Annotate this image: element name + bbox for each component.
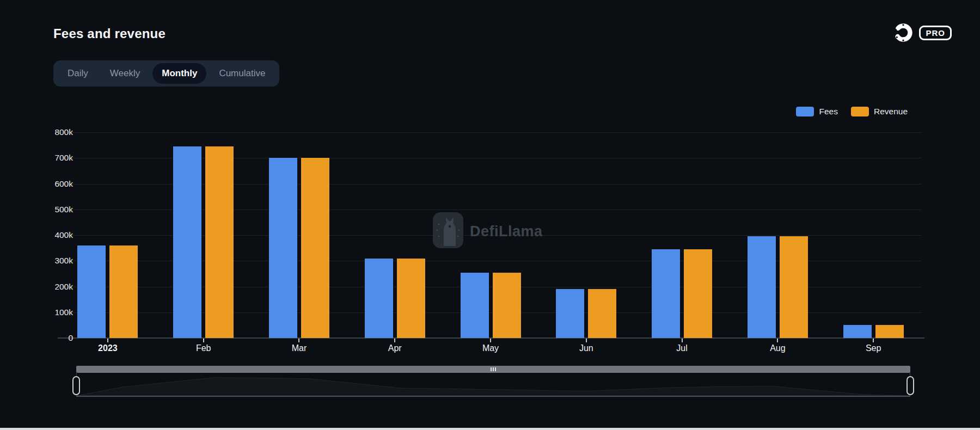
pro-badge: PRO: [919, 26, 952, 40]
x-axis-tick: [490, 339, 491, 342]
gear-c-logo-icon: [892, 22, 914, 44]
data-zoom-window[interactable]: [76, 373, 910, 397]
fees-bar: [652, 249, 680, 338]
x-axis-tick-label: 2023: [60, 343, 156, 353]
x-axis-tick: [203, 339, 204, 342]
legend-item-fees[interactable]: Fees: [796, 107, 837, 116]
tab-weekly[interactable]: Weekly: [101, 63, 149, 84]
fees-bar: [269, 158, 297, 338]
bar-group-aug: Aug: [730, 132, 825, 338]
drag-grip-icon[interactable]: [491, 367, 496, 371]
x-axis-tick: [298, 339, 299, 342]
brand-logo[interactable]: PRO: [892, 22, 952, 44]
x-axis-tick: [107, 339, 108, 342]
x-axis-tick-label: May: [443, 343, 538, 353]
bar-group-may: May: [443, 132, 538, 338]
revenue-bar: [205, 146, 234, 338]
tab-monthly[interactable]: Monthly: [152, 63, 206, 84]
bar-group-sep: Sep: [825, 132, 921, 338]
revenue-bar: [875, 325, 904, 338]
legend-label: Revenue: [874, 107, 908, 116]
bar-group-jul: Jul: [634, 132, 730, 338]
x-axis-tick-label: Apr: [347, 343, 443, 353]
legend-swatch-icon: [796, 107, 814, 116]
legend-swatch-icon: [851, 107, 869, 116]
x-axis-tick: [873, 339, 874, 342]
x-axis-tick-label: Aug: [730, 343, 825, 353]
x-axis-tick: [682, 339, 683, 342]
x-axis-tick-label: Jun: [538, 343, 634, 353]
x-axis-tick-label: Sep: [825, 343, 921, 353]
bar-group-jun: Jun: [538, 132, 634, 338]
bar-group-apr: Apr: [347, 132, 443, 338]
interval-tabbar: Daily Weekly Monthly Cumulative: [53, 60, 279, 87]
x-axis-tick: [777, 339, 778, 342]
revenue-bar: [301, 158, 329, 338]
fees-bar: [843, 325, 872, 338]
data-zoom-shadow: [77, 373, 910, 396]
tab-cumulative[interactable]: Cumulative: [210, 63, 274, 84]
page-bottom-edge: [0, 428, 980, 430]
fees-bar: [365, 259, 393, 338]
data-zoom-left-handle[interactable]: [72, 376, 80, 395]
data-zoom-slider[interactable]: [76, 366, 910, 397]
x-axis-tick: [586, 339, 587, 342]
data-zoom-right-handle[interactable]: [906, 376, 914, 395]
fees-bar: [77, 245, 106, 338]
legend-label: Fees: [819, 107, 837, 116]
x-axis-tick-label: Mar: [252, 343, 347, 353]
revenue-bar: [397, 259, 425, 338]
legend-item-revenue[interactable]: Revenue: [851, 107, 908, 116]
bar-group-2023: 2023: [60, 132, 156, 338]
bar-groups: 2023FebMarAprMayJunJulAugSep: [60, 132, 921, 338]
fees-bar: [461, 273, 489, 338]
bar-group-feb: Feb: [156, 132, 252, 338]
fees-bar: [173, 146, 201, 338]
fees-bar: [556, 289, 584, 338]
tab-daily[interactable]: Daily: [58, 63, 97, 84]
revenue-bar: [684, 249, 712, 338]
bar-chart-plot-area: 0100k200k300k400k500k600k700k800k2023Feb…: [60, 132, 921, 338]
revenue-bar: [109, 245, 138, 338]
revenue-bar: [588, 289, 616, 338]
x-axis-tick: [394, 339, 395, 342]
fees-bar: [748, 236, 776, 338]
bar-group-mar: Mar: [252, 132, 347, 338]
revenue-bar: [780, 236, 808, 338]
chart-legend: FeesRevenue: [796, 107, 908, 116]
page-title: Fees and revenue: [53, 26, 166, 41]
x-axis-tick-label: Jul: [634, 343, 730, 353]
revenue-bar: [493, 273, 521, 338]
x-axis-tick-label: Feb: [156, 343, 252, 353]
fees-revenue-dashboard: Fees and revenue PRO Daily Weekly Monthl…: [0, 0, 980, 430]
data-zoom-track[interactable]: [76, 366, 910, 373]
